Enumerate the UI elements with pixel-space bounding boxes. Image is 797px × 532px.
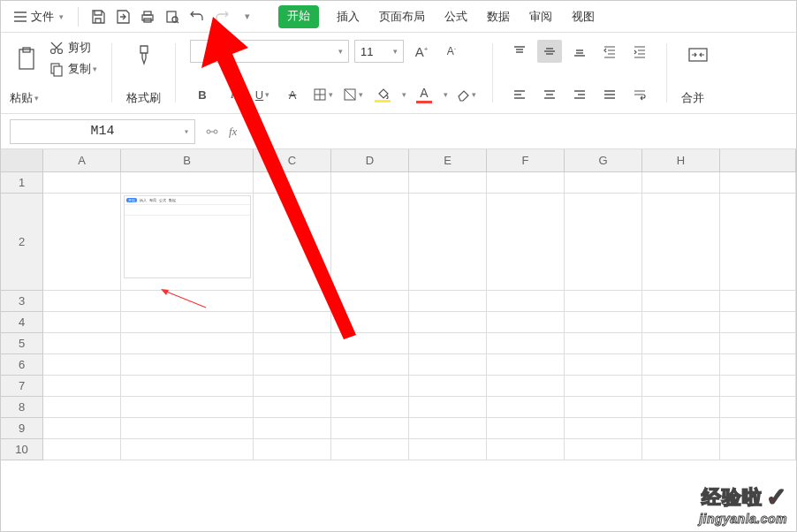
tab-review[interactable]: 审阅 [528, 5, 554, 28]
cell-B1[interactable] [121, 172, 254, 193]
cell-E1[interactable] [409, 172, 487, 193]
cell[interactable] [43, 291, 121, 311]
cell[interactable] [254, 354, 331, 375]
cell[interactable] [43, 439, 121, 460]
cell[interactable] [331, 312, 409, 332]
italic-button[interactable]: I [220, 83, 245, 106]
cell-D1[interactable] [331, 172, 409, 193]
format-painter-button[interactable] [126, 40, 161, 72]
cell[interactable] [720, 439, 796, 460]
bold-button[interactable]: B [190, 83, 215, 106]
cut-button[interactable]: 剪切 [49, 40, 97, 56]
row-header-1[interactable]: 1 [1, 172, 42, 194]
col-header-A[interactable]: A [43, 149, 121, 171]
decrease-font-button[interactable]: A- [439, 40, 464, 63]
justify-button[interactable] [597, 83, 622, 106]
cell[interactable] [642, 354, 720, 375]
cell-C2[interactable] [254, 194, 331, 290]
cell[interactable] [409, 354, 487, 375]
row-header-10[interactable]: 10 [1, 439, 42, 460]
col-header-H[interactable]: H [642, 149, 720, 171]
col-header-F[interactable]: F [487, 149, 565, 171]
cell[interactable] [331, 376, 409, 396]
cell-F1[interactable] [487, 172, 565, 193]
row-header-5[interactable]: 5 [1, 333, 42, 354]
cell[interactable] [565, 376, 642, 396]
align-left-button[interactable] [507, 83, 532, 106]
cell[interactable] [565, 333, 642, 353]
fx-label[interactable]: fx [229, 125, 237, 139]
row-header-9[interactable]: 9 [1, 418, 42, 439]
row-header-6[interactable]: 6 [1, 354, 42, 376]
cell[interactable] [642, 333, 720, 353]
cell[interactable] [720, 312, 796, 332]
cell-H1[interactable] [642, 172, 720, 193]
increase-font-button[interactable]: A+ [409, 40, 434, 63]
chevron-down-icon[interactable]: ▾ [402, 90, 406, 99]
print-preview-button[interactable] [162, 6, 183, 27]
cell[interactable] [254, 376, 331, 396]
cell-E2[interactable] [409, 194, 487, 290]
cell[interactable] [565, 439, 642, 460]
clear-format-button[interactable]: ▾ [453, 83, 478, 106]
font-color-button[interactable]: A [412, 83, 436, 106]
cell[interactable] [331, 333, 409, 353]
cell[interactable] [254, 439, 331, 460]
cell-H2[interactable] [642, 194, 720, 290]
cell-G2[interactable] [565, 194, 642, 290]
underline-button[interactable]: U▾ [250, 83, 275, 106]
cell[interactable] [43, 312, 121, 332]
cell[interactable] [487, 312, 565, 332]
trace-icon[interactable] [204, 124, 220, 140]
cell[interactable] [331, 397, 409, 417]
align-top-button[interactable] [507, 40, 532, 63]
cell[interactable] [487, 439, 565, 460]
cell[interactable] [121, 439, 254, 460]
align-middle-button[interactable] [537, 40, 562, 63]
cell[interactable] [43, 418, 121, 438]
cell[interactable] [254, 333, 331, 353]
cell[interactable] [409, 376, 487, 396]
cell[interactable] [565, 418, 642, 438]
cell[interactable] [409, 312, 487, 332]
increase-indent-button[interactable] [627, 40, 652, 63]
cell-C1[interactable] [254, 172, 331, 193]
cell[interactable] [409, 418, 487, 438]
cell[interactable] [121, 418, 254, 438]
cell[interactable] [565, 312, 642, 332]
cell[interactable] [487, 354, 565, 375]
undo-button[interactable] [186, 6, 208, 27]
cell-G1[interactable] [565, 172, 642, 193]
qat-customize[interactable]: ▾ [236, 6, 257, 27]
row-header-2[interactable]: 2 [1, 194, 42, 291]
col-header-G[interactable]: G [565, 149, 642, 171]
cell[interactable] [409, 291, 487, 311]
cell[interactable] [565, 397, 642, 417]
cell[interactable] [43, 333, 121, 353]
align-bottom-button[interactable] [567, 40, 592, 63]
cell-rest[interactable] [720, 194, 796, 290]
cell[interactable] [254, 397, 331, 417]
cell-A2[interactable] [43, 194, 121, 290]
cell[interactable] [331, 354, 409, 375]
tab-formula[interactable]: 公式 [443, 5, 469, 28]
cell[interactable] [331, 439, 409, 460]
paste-button[interactable] [10, 42, 43, 74]
name-box[interactable]: M14 ▾ [10, 119, 195, 144]
cell[interactable] [642, 418, 720, 438]
strikethrough-button[interactable]: A [280, 83, 305, 106]
cell[interactable] [254, 291, 331, 311]
row-header-4[interactable]: 4 [1, 312, 42, 333]
print-button[interactable] [137, 6, 158, 27]
cell[interactable] [254, 418, 331, 438]
cell[interactable] [720, 354, 796, 375]
cell[interactable] [331, 418, 409, 438]
cell[interactable] [409, 333, 487, 353]
cell[interactable] [254, 312, 331, 332]
chevron-down-icon[interactable]: ▾ [444, 90, 448, 99]
cell[interactable] [642, 439, 720, 460]
cell[interactable] [121, 397, 254, 417]
cell-style-button[interactable]: ▾ [340, 83, 365, 106]
tab-data[interactable]: 数据 [485, 5, 512, 28]
row-header-7[interactable]: 7 [1, 376, 42, 397]
